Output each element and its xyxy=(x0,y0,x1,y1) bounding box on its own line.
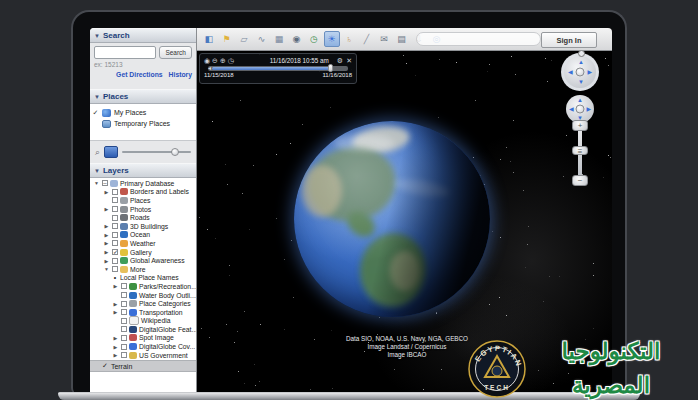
record-icon[interactable]: ◉ xyxy=(204,57,210,64)
layer-item-water-body-outlines[interactable]: Water Body Outli... xyxy=(90,291,196,300)
expand-arrow-icon[interactable]: ▶ xyxy=(103,249,110,255)
add-placemark-icon[interactable]: ⚑ xyxy=(219,31,235,47)
expand-arrow-icon[interactable]: ▼ xyxy=(93,180,100,186)
clock-icon[interactable]: ◷ xyxy=(228,57,234,64)
layer-checkbox[interactable] xyxy=(112,189,118,195)
search-input[interactable] xyxy=(94,46,156,59)
layer-item-digitalglobe-featured[interactable]: DigitalGlobe Feat... xyxy=(90,325,196,334)
layer-item-roads[interactable]: Roads xyxy=(90,213,196,222)
eye-icon[interactable] xyxy=(576,68,585,77)
north-indicator-icon[interactable] xyxy=(578,51,585,57)
layer-item-spot-image[interactable]: ▶Spot Image xyxy=(90,334,196,343)
places-panel-header[interactable]: ▼ Places xyxy=(90,89,196,104)
close-icon[interactable]: ✕ xyxy=(346,57,352,64)
layer-checkbox[interactable] xyxy=(112,223,118,229)
earth-globe[interactable] xyxy=(294,121,490,317)
play-tour-button[interactable] xyxy=(104,146,118,158)
layer-checkbox[interactable] xyxy=(112,249,118,255)
layer-item-gallery[interactable]: ▶Gallery xyxy=(90,248,196,257)
expand-arrow-icon[interactable]: ▶ xyxy=(103,240,110,246)
places-item-temporary-places[interactable]: Temporary Places xyxy=(92,118,194,129)
historical-imagery-icon[interactable]: ◷ xyxy=(306,31,322,47)
layer-item-digitalglobe-coverage[interactable]: ▶DigitalGlobe Cov... xyxy=(90,342,196,351)
zoom-out-button[interactable]: − xyxy=(572,175,588,186)
layer-item-wikipedia[interactable]: Wikipedia xyxy=(90,317,196,326)
move-up-arrow-icon[interactable]: ▲ xyxy=(577,97,583,103)
zoom-out-icon[interactable]: ⊖ xyxy=(212,57,218,64)
layer-item-terrain[interactable]: ✓ Terrain xyxy=(90,360,196,372)
layer-checkbox[interactable] xyxy=(121,318,127,324)
time-slider-left-handle[interactable]: ◂ xyxy=(208,65,211,72)
layer-checkbox[interactable] xyxy=(112,266,118,272)
sunlight-icon[interactable]: ☀ xyxy=(324,31,340,47)
move-center-dot[interactable] xyxy=(576,105,585,114)
expand-arrow-icon[interactable]: ▶ xyxy=(112,283,119,289)
record-tour-icon[interactable]: ◉ xyxy=(289,31,305,47)
zoom-in-button[interactable]: + xyxy=(572,120,588,131)
opacity-slider[interactable] xyxy=(122,151,191,153)
zoom-slider-handle[interactable]: ≡ xyxy=(572,146,588,155)
print-icon[interactable]: ▤ xyxy=(394,31,410,47)
layer-item-3d-buildings[interactable]: ▶3D Buildings xyxy=(90,222,196,231)
layer-item-photos[interactable]: ▶Photos xyxy=(90,205,196,214)
add-image-overlay-icon[interactable]: ▦ xyxy=(271,31,287,47)
places-item-my-places[interactable]: ✓ My Places xyxy=(92,107,194,118)
layer-checkbox[interactable] xyxy=(112,197,118,203)
look-right-arrow-icon[interactable]: ▶ xyxy=(587,69,592,75)
layers-panel-header[interactable]: ▼ Layers xyxy=(90,163,196,178)
layer-checkbox[interactable] xyxy=(121,301,127,307)
look-down-arrow-icon[interactable]: ▼ xyxy=(578,79,584,85)
layer-item-place-categories[interactable]: ▶Place Categories xyxy=(90,299,196,308)
layer-item-places[interactable]: Places xyxy=(90,196,196,205)
layer-item-weather[interactable]: ▶Weather xyxy=(90,239,196,248)
layer-item-global-awareness[interactable]: ▶Global Awareness xyxy=(90,256,196,265)
hide-sidebar-icon[interactable]: ◧ xyxy=(201,31,217,47)
layer-item-primary-database[interactable]: ▼Primary Database xyxy=(90,179,196,188)
layer-checkbox[interactable] xyxy=(121,335,127,341)
time-slider-track[interactable]: ◂ xyxy=(208,66,348,71)
layer-item-borders-and-labels[interactable]: ▶Borders and Labels xyxy=(90,188,196,197)
add-path-icon[interactable]: ∿ xyxy=(254,31,270,47)
layer-checkbox[interactable] xyxy=(121,283,127,289)
layer-checkbox[interactable] xyxy=(112,240,118,246)
layer-item-us-government[interactable]: ▶US Government xyxy=(90,351,196,360)
move-right-arrow-icon[interactable]: ▶ xyxy=(586,106,591,112)
layer-item-transportation[interactable]: ▶Transportation xyxy=(90,308,196,317)
expand-arrow-icon[interactable]: ▶ xyxy=(103,206,110,212)
layer-item-local-place-names[interactable]: •Local Place Names xyxy=(90,274,196,283)
expand-arrow-icon[interactable]: ▼ xyxy=(103,266,110,272)
planets-icon[interactable]: ♄ xyxy=(341,31,357,47)
layer-item-ocean[interactable]: ▶Ocean xyxy=(90,231,196,240)
layer-checkbox[interactable] xyxy=(112,232,118,238)
expand-arrow-icon[interactable]: ▶ xyxy=(103,189,110,195)
expand-arrow-icon[interactable]: ▶ xyxy=(103,258,110,264)
look-left-arrow-icon[interactable]: ◀ xyxy=(568,69,573,75)
layer-checkbox[interactable] xyxy=(121,344,127,350)
layer-item-more-folder[interactable]: ▼More xyxy=(90,265,196,274)
opacity-slider-knob[interactable] xyxy=(171,148,179,156)
layer-checkbox[interactable] xyxy=(112,258,118,264)
add-polygon-icon[interactable]: ▱ xyxy=(236,31,252,47)
layer-checkbox[interactable] xyxy=(112,215,118,221)
expand-arrow-icon[interactable]: ▶ xyxy=(112,344,119,350)
zoom-in-icon[interactable]: ⊕ xyxy=(220,57,226,64)
history-link[interactable]: History xyxy=(169,71,192,78)
ruler-icon[interactable]: ╱ xyxy=(359,31,375,47)
email-icon[interactable]: ✉ xyxy=(376,31,392,47)
get-directions-link[interactable]: Get Directions xyxy=(116,71,162,78)
expand-arrow-icon[interactable]: ▶ xyxy=(103,232,110,238)
look-up-arrow-icon[interactable]: ▲ xyxy=(578,59,584,65)
checkmark-icon[interactable]: ✓ xyxy=(92,109,99,117)
time-slider-right-handle[interactable] xyxy=(328,64,333,72)
settings-wrench-icon[interactable]: ⚙ xyxy=(337,57,343,64)
layer-checkbox[interactable] xyxy=(121,352,127,358)
expand-arrow-icon[interactable]: ▶ xyxy=(112,352,119,358)
expand-arrow-icon[interactable]: ▶ xyxy=(103,223,110,229)
search-button[interactable]: Search xyxy=(159,46,192,59)
search-panel-header[interactable]: ▼ Search xyxy=(90,28,196,43)
layer-checkbox[interactable] xyxy=(102,180,108,186)
look-joystick[interactable]: ▲ ▼ ◀ ▶ xyxy=(561,53,599,91)
search-places-icon[interactable]: ⌕ xyxy=(95,147,100,158)
layer-checkbox[interactable] xyxy=(121,309,127,315)
layer-item-parks-recreation[interactable]: ▶Parks/Recreation... xyxy=(90,282,196,291)
